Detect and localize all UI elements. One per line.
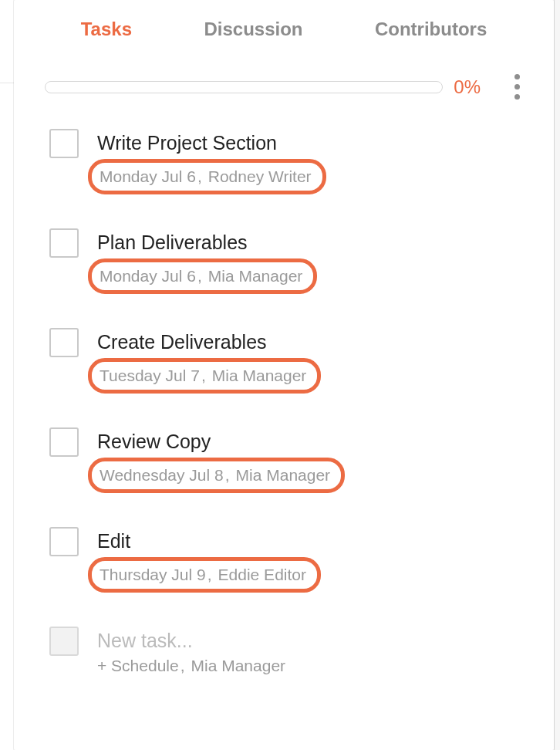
schedule-link[interactable]: + Schedule xyxy=(97,657,179,675)
task-date[interactable]: Monday Jul 6 xyxy=(100,267,196,285)
new-task-input[interactable]: New task... xyxy=(97,630,523,652)
task-row[interactable]: Plan Deliverables Monday Jul 6, Mia Mana… xyxy=(49,228,523,294)
tab-tasks[interactable]: Tasks xyxy=(81,19,132,40)
task-title[interactable]: Write Project Section xyxy=(97,132,523,154)
task-row[interactable]: Review Copy Wednesday Jul 8, Mia Manager xyxy=(49,427,523,493)
task-assignee[interactable]: Mia Manager xyxy=(212,367,307,385)
new-task-row[interactable]: New task... + Schedule, Mia Manager xyxy=(49,627,523,675)
progress-bar xyxy=(45,81,443,93)
task-meta-highlight: Wednesday Jul 8, Mia Manager xyxy=(88,458,345,493)
task-row[interactable]: Create Deliverables Tuesday Jul 7, Mia M… xyxy=(49,328,523,394)
task-meta-highlight: Thursday Jul 9, Eddie Editor xyxy=(88,557,321,593)
task-meta-highlight: Tuesday Jul 7, Mia Manager xyxy=(88,358,321,394)
tasks-panel: Tasks Discussion Contributors 0% Write P… xyxy=(14,0,554,750)
task-checkbox[interactable] xyxy=(49,129,79,158)
task-date[interactable]: Thursday Jul 9 xyxy=(100,566,206,584)
task-title[interactable]: Edit xyxy=(97,530,523,552)
task-checkbox[interactable] xyxy=(49,527,79,556)
task-assignee[interactable]: Mia Manager xyxy=(208,267,303,285)
task-assignee[interactable]: Rodney Writer xyxy=(208,167,312,186)
task-date[interactable]: Tuesday Jul 7 xyxy=(100,367,200,385)
task-title[interactable]: Review Copy xyxy=(97,431,523,453)
progress-percent: 0% xyxy=(454,76,481,98)
task-assignee[interactable]: Mia Manager xyxy=(236,466,331,485)
task-checkbox[interactable] xyxy=(49,627,79,656)
progress-row: 0% xyxy=(14,48,554,110)
task-date[interactable]: Wednesday Jul 8 xyxy=(100,466,224,485)
task-title[interactable]: Create Deliverables xyxy=(97,331,523,353)
task-row[interactable]: Write Project Section Monday Jul 6, Rodn… xyxy=(49,129,523,194)
task-assignee[interactable]: Eddie Editor xyxy=(218,566,306,584)
more-menu-icon[interactable] xyxy=(511,71,523,103)
tabs: Tasks Discussion Contributors xyxy=(14,19,554,48)
task-meta-highlight: Monday Jul 6, Mia Manager xyxy=(88,258,317,294)
task-assignee[interactable]: Mia Manager xyxy=(191,657,286,675)
tab-discussion[interactable]: Discussion xyxy=(204,19,302,40)
task-checkbox[interactable] xyxy=(49,328,79,357)
scrollbar[interactable] xyxy=(554,0,560,750)
task-checkbox[interactable] xyxy=(49,427,79,457)
tab-contributors[interactable]: Contributors xyxy=(375,19,487,40)
task-row[interactable]: Edit Thursday Jul 9, Eddie Editor xyxy=(49,527,523,593)
task-checkbox[interactable] xyxy=(49,228,79,258)
task-meta-highlight: Monday Jul 6, Rodney Writer xyxy=(88,159,326,194)
task-meta: + Schedule, Mia Manager xyxy=(97,657,285,675)
task-list: Write Project Section Monday Jul 6, Rodn… xyxy=(14,110,554,675)
task-date[interactable]: Monday Jul 6 xyxy=(100,167,196,186)
task-title[interactable]: Plan Deliverables xyxy=(97,231,523,254)
